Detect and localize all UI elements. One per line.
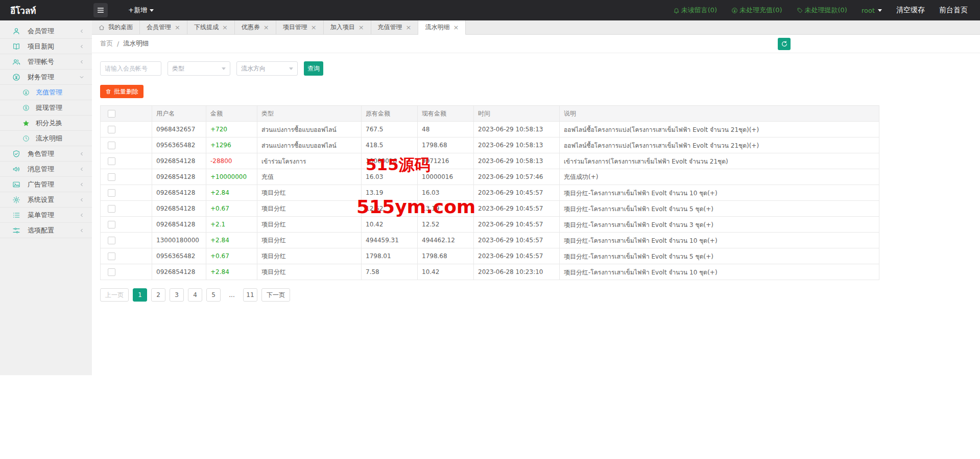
cell-description: 项目分红-โครงการเสาเข็มไฟฟ้า Evolt จำนวน 3 ช… xyxy=(560,217,879,233)
sidebar-item-label: 流水明细 xyxy=(36,134,62,143)
sidebar-toggle-button[interactable] xyxy=(93,3,108,17)
cell-amount: +2.84 xyxy=(206,233,257,248)
close-icon[interactable]: × xyxy=(264,24,269,31)
sidebar-item-menu-management[interactable]: 菜单管理 xyxy=(0,208,92,223)
close-icon[interactable]: × xyxy=(311,24,317,31)
sidebar-item-ad-management[interactable]: 广告管理 xyxy=(0,177,92,192)
close-icon[interactable]: × xyxy=(175,24,180,31)
user-menu[interactable]: root xyxy=(862,7,882,14)
caret-down-icon xyxy=(150,9,154,12)
sidebar-item-member-management[interactable]: 会员管理 xyxy=(0,24,92,39)
column-header-description: 说明 xyxy=(560,106,879,122)
cell-amount: +10000000 xyxy=(206,169,257,185)
batch-delete-button[interactable]: 批量删除 xyxy=(100,85,144,98)
sidebar-item-project-news[interactable]: 项目新闻 xyxy=(0,39,92,54)
users-icon xyxy=(12,58,20,66)
clear-cache-button[interactable]: 清空缓存 xyxy=(896,6,925,15)
page-button-1[interactable]: 1 xyxy=(133,288,147,302)
cell-description: 项目分红-โครงการเสาเข็มไฟฟ้า Evolt จำนวน 5 ช… xyxy=(560,248,879,264)
tab-join-project[interactable]: 加入项目 × xyxy=(324,20,371,34)
sidebar-item-label: 积分兑换 xyxy=(36,119,62,128)
cell-amount: +0.67 xyxy=(206,201,257,217)
chevron-left-icon xyxy=(79,181,85,188)
sidebar-item-recharge-management[interactable]: 充值管理 xyxy=(0,85,92,100)
type-select[interactable]: 类型 xyxy=(168,61,230,76)
prev-page-button[interactable]: 上一页 xyxy=(100,288,129,302)
toolbar: 批量删除 xyxy=(100,85,972,98)
row-checkbox[interactable] xyxy=(108,221,115,228)
row-checkbox[interactable] xyxy=(108,268,115,276)
sidebar-item-message-management[interactable]: 消息管理 xyxy=(0,162,92,177)
chevron-left-icon xyxy=(79,43,85,50)
page-button-4[interactable]: 4 xyxy=(188,288,202,302)
close-icon[interactable]: × xyxy=(453,24,459,31)
cell-time: 2023-06-29 10:58:13 xyxy=(474,153,560,169)
page-button-2[interactable]: 2 xyxy=(151,288,165,302)
sidebar-item-label: 广告管理 xyxy=(28,180,54,189)
tab-coupons[interactable]: 优惠券 × xyxy=(235,20,276,34)
refresh-button[interactable] xyxy=(778,38,791,50)
sliders-icon xyxy=(12,226,20,235)
sidebar-item-label: 选项配置 xyxy=(28,226,54,235)
sidebar-item-option-config[interactable]: 选项配置 xyxy=(0,223,92,238)
tab-label: 下线提成 xyxy=(194,23,219,32)
trash-icon xyxy=(105,88,111,95)
flow-direction-select[interactable]: 流水方向 xyxy=(236,61,298,76)
page-button-5[interactable]: 5 xyxy=(206,288,221,302)
app-logo: อีโวลท์ xyxy=(0,4,92,17)
row-checkbox[interactable] xyxy=(108,126,115,133)
sidebar-item-system-settings[interactable]: 系统设置 xyxy=(0,192,92,208)
unread-messages-link[interactable]: 未读留言(0) xyxy=(673,6,717,15)
sidebar-item-finance-management[interactable]: 财务管理 xyxy=(0,70,92,85)
sidebar-item-withdraw-management[interactable]: 提现管理 xyxy=(0,100,92,116)
pending-recharge-link[interactable]: 未处理充值(0) xyxy=(731,6,782,15)
tab-recharge-management[interactable]: 充值管理 × xyxy=(371,20,419,34)
row-checkbox[interactable] xyxy=(108,205,115,213)
page-button-3[interactable]: 3 xyxy=(170,288,184,302)
close-icon[interactable]: × xyxy=(406,24,412,31)
sidebar-item-points-exchange[interactable]: 积分兑换 xyxy=(0,116,92,131)
sidebar-item-flow-details[interactable]: 流水明细 xyxy=(0,131,92,146)
pending-withdraw-label: 未处理提款(0) xyxy=(805,6,847,15)
search-button[interactable]: 查询 xyxy=(304,61,323,76)
sidebar-item-role-management[interactable]: 角色管理 xyxy=(0,146,92,162)
image-icon xyxy=(12,180,20,189)
flow-direction-value: 流水方向 xyxy=(241,64,266,73)
tab-flow-details[interactable]: 流水明细 × xyxy=(418,20,466,35)
tab-label: 充值管理 xyxy=(378,23,402,32)
tab-downline-commission[interactable]: 下线提成 × xyxy=(187,20,235,34)
dollar-circle-icon xyxy=(22,104,30,111)
select-all-checkbox[interactable] xyxy=(108,110,115,118)
row-checkbox[interactable] xyxy=(108,142,115,149)
member-account-input[interactable] xyxy=(100,61,161,76)
table-row: 0926854128 +10000000 充值 16.03 10000016 2… xyxy=(101,169,879,185)
page-button-11[interactable]: 11 xyxy=(243,288,257,302)
chevron-left-icon xyxy=(79,197,85,203)
row-checkbox[interactable] xyxy=(108,253,115,260)
pagination: 上一页 1 2 3 4 5 ... 11 下一页 xyxy=(100,288,972,302)
tab-member-management[interactable]: 会员管理 × xyxy=(140,20,187,34)
pending-withdraw-link[interactable]: 未处理提款(0) xyxy=(797,6,847,15)
sidebar-item-label: 角色管理 xyxy=(28,149,54,158)
row-checkbox[interactable] xyxy=(108,189,115,197)
admin-page: อีโวลท์ +新增 未读留言(0) 未处理充值(0) 未处理提款(0) ro… xyxy=(0,0,980,459)
front-home-link[interactable]: 前台首页 xyxy=(939,6,968,15)
row-checkbox[interactable] xyxy=(108,237,115,244)
chevron-left-icon xyxy=(79,166,85,172)
row-checkbox[interactable] xyxy=(108,157,115,165)
next-page-button[interactable]: 下一页 xyxy=(261,288,290,302)
tab-project-management[interactable]: 项目管理 × xyxy=(276,20,324,34)
new-dropdown-button[interactable]: +新增 xyxy=(128,6,154,15)
tab-my-desktop[interactable]: 我的桌面 xyxy=(92,20,140,34)
sidebar: 会员管理 项目新闻 管理帐号 财务管理 充值管理 xyxy=(0,20,92,375)
cell-type: 充值 xyxy=(257,169,362,185)
row-checkbox[interactable] xyxy=(108,173,115,181)
chevron-left-icon xyxy=(79,28,85,34)
close-icon[interactable]: × xyxy=(358,24,364,31)
column-header-username: 用户名 xyxy=(152,106,206,122)
cell-after-amount: 48 xyxy=(418,122,474,137)
close-icon[interactable]: × xyxy=(222,24,228,31)
sidebar-item-admin-accounts[interactable]: 管理帐号 xyxy=(0,54,92,70)
breadcrumb-home[interactable]: 首页 xyxy=(100,39,113,48)
flow-table: 用户名 金额 类型 原有金额 现有金额 时间 说明 0968432657 xyxy=(100,105,879,280)
